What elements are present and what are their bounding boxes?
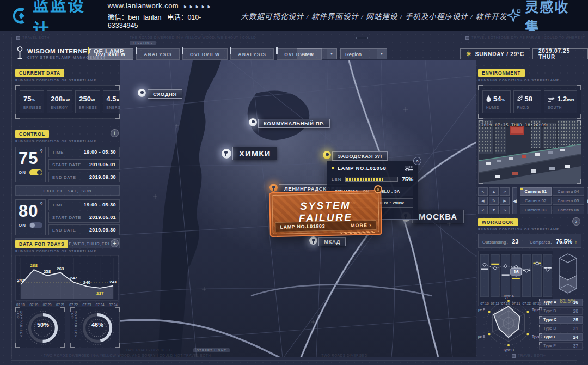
city-map[interactable]: СХОДНЯ КОММУНАЛЬНЫЙ ПР. ХИМКИ ЗАВОДСКАЯ …: [120, 60, 476, 357]
camera-05-button[interactable]: Camera 05: [553, 197, 584, 205]
control-group-1: ⚲ 75 ON TIME19:00 - 05:30 START DATE2019…: [15, 147, 120, 196]
camera-02-button[interactable]: Camera 02: [520, 197, 552, 205]
map-label-mkad[interactable]: МКАД: [318, 237, 346, 246]
decor-bottom-text-1: TWO ROADS DIVERGED IN A YELLOW WOOD, AND…: [44, 354, 211, 357]
camera-prev-button[interactable]: ◀: [512, 187, 517, 214]
pan-down-right-button[interactable]: ↘: [500, 206, 510, 214]
map-label-moskva[interactable]: МОСКВА: [412, 210, 464, 223]
svg-text:16: 16: [513, 269, 519, 275]
pan-up-button[interactable]: ▲: [489, 187, 499, 196]
type-row-f[interactable]: Type F37: [539, 342, 583, 350]
decor-checkbox-right: TRAVEL BOTH: [465, 35, 499, 40]
pan-down-left-button[interactable]: ↙: [478, 206, 488, 214]
wind-icon: [548, 96, 555, 102]
frame-line-left: [11, 36, 12, 359]
status-dot: [332, 167, 334, 169]
sliders-icon[interactable]: [405, 166, 413, 171]
close-icon[interactable]: ×: [374, 185, 382, 193]
workbook-more-button[interactable]: ›: [572, 217, 580, 226]
camera-controls: ↖ ▲ ↗ ◀ ↻ ▶ ↙ ▼ ↘ ◀ Camera 01 Camera 04 …: [478, 187, 581, 214]
area-select[interactable]: Area▼: [297, 48, 337, 59]
gauge-label: COMPARISON FOR: [16, 311, 23, 348]
map-label-khimki[interactable]: ХИМКИ: [232, 147, 277, 160]
schedule-row-start: START DATE2019.05.01: [48, 212, 120, 223]
lamp-marker-failure[interactable]: [270, 184, 278, 192]
control-panel: CONTROL + RUNNING CONDITION OF STREETLAM…: [15, 128, 120, 248]
panel-title-chip: CONTROL: [15, 130, 49, 138]
brightness-level-box: ⚲ 75 ON: [15, 147, 46, 182]
comparison-gauge-1: COMPARISON FOR 50%: [15, 307, 65, 348]
collect-logo-text: 灵感收集: [525, 0, 578, 35]
close-icon[interactable]: ×: [413, 157, 421, 165]
type-row-a[interactable]: Type A36: [539, 299, 583, 306]
add-control-button[interactable]: +: [111, 129, 119, 137]
current-data-box: 75% BRINESS 208KW ENERGY 250W BRINESS 4.…: [15, 85, 120, 119]
website-link[interactable]: www.lanlanwork.com: [108, 2, 179, 10]
svg-text:237: 237: [96, 291, 104, 296]
type-row-b[interactable]: Type B28: [539, 307, 583, 315]
tab-overview-2[interactable]: OVERVIEW: [182, 48, 228, 60]
gauge-value: 46%: [79, 321, 116, 328]
tab-overview-1[interactable]: OVERVIEW: [88, 48, 133, 60]
pan-down-button[interactable]: ▼: [489, 206, 499, 214]
expand-chart-button[interactable]: +: [111, 239, 119, 247]
env-tile-pm25: 58 PM2.5: [513, 90, 542, 113]
map-label-kommunalny[interactable]: КОММУНАЛЬНЫЙ ПР.: [258, 119, 330, 128]
week-chart-panel: DATA FOR 7DAYS + RUNNING CONDITION OF ST…: [15, 238, 120, 311]
lamp-marker[interactable]: [309, 236, 317, 245]
date-text: 2019.07.25 THUR: [538, 48, 582, 60]
power-state-label: ON: [19, 223, 26, 228]
tab-analysis-2[interactable]: ANALYSIS: [230, 48, 274, 60]
power-toggle[interactable]: [29, 222, 42, 228]
camera-panel: 2019.07.25 THUR 18:26:09: [478, 120, 581, 214]
pan-left-button[interactable]: ◀: [478, 197, 488, 205]
environment-box: 54% HUMID 58 PM2.5 1.2m/s SOUTH: [478, 85, 581, 119]
svg-text:Type F: Type F: [478, 308, 485, 312]
map-label-skhodnya[interactable]: СХОДНЯ: [148, 89, 182, 99]
lamp-marker[interactable]: [222, 149, 231, 159]
header-contact-block: www.lanlanwork.com►►►►► 微信：ben_lanlan 电话…: [108, 2, 220, 29]
type-radar-chart: Type AType BType CType DType EType F: [478, 295, 542, 355]
region-select[interactable]: Region▼: [340, 48, 387, 59]
pan-up-right-button[interactable]: ↗: [500, 187, 510, 196]
schedule-row-time: TIME19:00 - 05:30: [48, 199, 120, 210]
power-toggle[interactable]: [29, 169, 42, 175]
type-row-c[interactable]: Type C25: [539, 316, 583, 324]
tab-bar: OVERVIEW ANALYSIS OVERVIEW ANALYSIS OVER…: [88, 48, 324, 60]
lamp-marker[interactable]: [138, 89, 146, 97]
brightness-level-box: ⚲ 80 ON: [15, 199, 46, 235]
panel-subtitle: RUNNING CONDITION OF STREETLAMP: [478, 228, 581, 231]
svg-text:07.23: 07.23: [83, 303, 91, 307]
brightness-level-value: 80: [19, 202, 42, 221]
type-row-e[interactable]: Type E24: [539, 333, 583, 341]
decor-lighting-chip: LIGHTING: [130, 41, 156, 45]
panel-title-chip: WORKBOOK: [478, 218, 518, 226]
svg-text:07.19: 07.19: [29, 303, 38, 307]
camera-04-button[interactable]: Camera 04: [553, 187, 584, 196]
svg-text:240: 240: [83, 280, 91, 285]
schedule-row-time: TIME19:00 - 05:30: [48, 147, 120, 157]
lamp-marker-alert[interactable]: [323, 151, 331, 159]
site-header: 蓝蓝设计 www.lanlanwork.com►►►►► 微信：ben_lanl…: [0, 0, 588, 31]
collect-logo[interactable]: 灵感收集: [507, 0, 578, 35]
tab-analysis-1[interactable]: ANALYSIS: [136, 48, 180, 60]
camera-01-button[interactable]: Camera 01: [520, 187, 552, 196]
schedule-rows: TIME19:00 - 05:30 START DATE2019.05.01 E…: [48, 199, 120, 235]
pan-up-left-button[interactable]: ↖: [478, 187, 488, 196]
comparison-gauge-2: COMPARISON FOR 46%: [70, 307, 120, 348]
droplet-icon: [486, 95, 491, 102]
camera-feed[interactable]: 2019.07.25 THUR 18:26:09: [478, 120, 581, 184]
current-data-panel: CURRENT DATA RUNNING CONDITION OF STREET…: [15, 67, 120, 119]
more-button[interactable]: MORE ›: [351, 222, 372, 228]
lamp-id-title: LAMP NO.L01058: [338, 165, 405, 171]
camera-06-button[interactable]: Camera 06: [553, 206, 584, 214]
decor-bottom-check: TRAVEL BOTH: [512, 354, 545, 358]
camera-03-button[interactable]: Camera 03: [520, 206, 552, 214]
pan-right-button[interactable]: ▶: [500, 197, 510, 205]
lamp-marker[interactable]: [249, 118, 257, 126]
map-label-zavodskaya[interactable]: ЗАВОДСКАЯ УЛ: [332, 151, 388, 161]
decor-checkbox-left: TRAVEL BOTH: [16, 35, 50, 40]
reset-view-button[interactable]: ↻: [489, 197, 499, 205]
panel-title-chip: CURRENT DATA: [15, 69, 64, 77]
type-row-d[interactable]: Type D31: [539, 325, 583, 332]
